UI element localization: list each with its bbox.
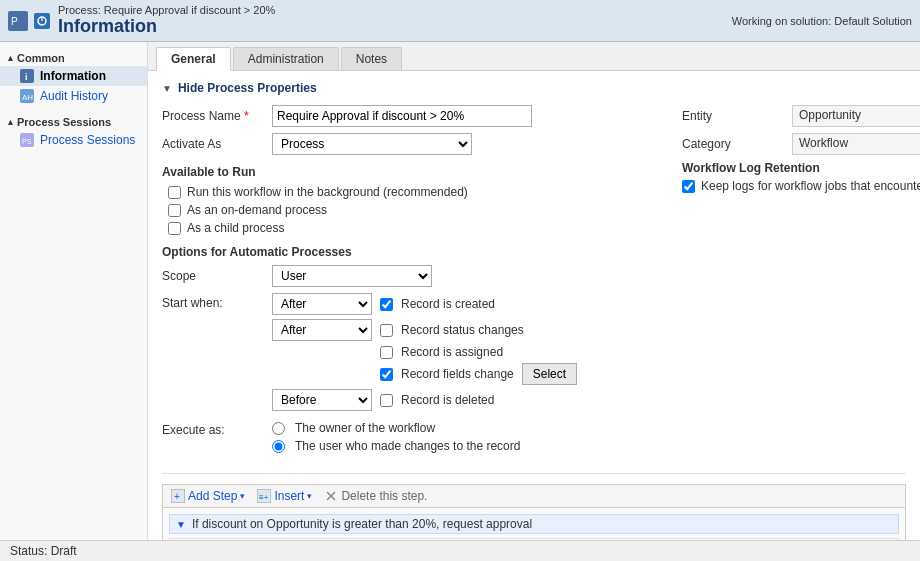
- execute-as-options: The owner of the workflow The user who m…: [272, 421, 520, 457]
- form-two-col: Process Name Activate As Process Templat…: [162, 105, 906, 463]
- process-logo-icon: P: [8, 11, 28, 31]
- top-header: P Process: Require Approval if discount …: [0, 0, 920, 42]
- on-demand-label: As an on-demand process: [187, 203, 327, 217]
- insert-label: Insert: [274, 489, 304, 503]
- process-name-label: Process Name: [162, 109, 272, 123]
- status-bar: Status: Draft: [0, 540, 920, 561]
- main-layout: Common i Information AH Audit History Pr…: [0, 42, 920, 540]
- execute-owner-radio[interactable]: [272, 422, 285, 435]
- activate-as-row: Activate As Process Template: [162, 133, 642, 155]
- sidebar-audit-label: Audit History: [40, 89, 108, 103]
- add-step-icon: +: [171, 489, 185, 503]
- execute-as-row: Execute as: The owner of the workflow Th…: [162, 421, 642, 457]
- run-background-checkbox[interactable]: [168, 186, 181, 199]
- start-when-dropdown-4[interactable]: Before After: [272, 389, 372, 411]
- retention-title: Workflow Log Retention: [682, 161, 920, 175]
- svg-text:AH: AH: [22, 93, 33, 102]
- child-process-checkbox[interactable]: [168, 222, 181, 235]
- scope-row: Scope User Business Unit Parent: Child B…: [162, 265, 642, 287]
- available-to-run-group: Run this workflow in the background (rec…: [168, 185, 642, 235]
- start-when-dropdown-0[interactable]: After: [272, 293, 372, 315]
- category-label: Category: [682, 137, 792, 151]
- on-demand-checkbox[interactable]: [168, 204, 181, 217]
- activate-as-dropdown[interactable]: Process Template: [272, 133, 472, 155]
- step-toolbar: + Add Step ▾ ≡+ Insert ▾: [162, 484, 906, 508]
- svg-text:≡+: ≡+: [259, 493, 269, 502]
- solution-label: Working on solution: Default Solution: [732, 15, 912, 27]
- category-value: Workflow: [792, 133, 920, 155]
- info-icon: i: [20, 69, 34, 83]
- child-process-label: As a child process: [187, 221, 284, 235]
- insert-arrow: ▾: [307, 491, 312, 501]
- available-to-run-title: Available to Run: [162, 165, 642, 179]
- record-created-checkbox[interactable]: [380, 298, 393, 311]
- section-title: Hide Process Properties: [178, 81, 317, 95]
- page-title: Information: [58, 16, 275, 37]
- add-step-button[interactable]: + Add Step ▾: [171, 489, 245, 503]
- start-when-row-2: Record is assigned: [272, 345, 577, 359]
- execute-user-row: The user who made changes to the record: [272, 439, 520, 453]
- process-icon: P: [8, 11, 50, 31]
- sidebar-section-process-sessions: Process Sessions: [0, 112, 147, 130]
- run-background-row: Run this workflow in the background (rec…: [168, 185, 642, 199]
- sidebar-item-audit-history[interactable]: AH Audit History: [0, 86, 147, 106]
- record-fields-checkbox[interactable]: [380, 368, 393, 381]
- insert-button[interactable]: ≡+ Insert ▾: [257, 489, 312, 503]
- delete-icon: [324, 489, 338, 503]
- sessions-icon: PS: [20, 133, 34, 147]
- record-fields-label: Record fields change: [401, 367, 514, 381]
- start-when-row-4: Before After Record is deleted: [272, 389, 577, 411]
- audit-icon: AH: [20, 89, 34, 103]
- child-process-row: As a child process: [168, 221, 642, 235]
- sidebar-item-process-sessions[interactable]: PS Process Sessions: [0, 130, 147, 150]
- record-status-label: Record status changes: [401, 323, 524, 337]
- start-when-dropdown-1[interactable]: After: [272, 319, 372, 341]
- keep-logs-checkbox[interactable]: [682, 180, 695, 193]
- section-toggle-icon: ▼: [162, 83, 172, 94]
- scope-dropdown[interactable]: User Business Unit Parent: Child Busines…: [272, 265, 432, 287]
- sidebar-item-information[interactable]: i Information: [0, 66, 147, 86]
- record-deleted-label: Record is deleted: [401, 393, 494, 407]
- insert-icon: ≡+: [257, 489, 271, 503]
- execute-owner-row: The owner of the workflow: [272, 421, 520, 435]
- steps-area: ▼ If discount on Opportunity is greater …: [162, 508, 906, 540]
- start-when-row-1: After Record status changes: [272, 319, 577, 341]
- select-fields-button[interactable]: Select: [522, 363, 577, 385]
- header-title-block: Process: Require Approval if discount > …: [58, 4, 275, 37]
- execute-user-radio[interactable]: [272, 440, 285, 453]
- start-when-rows: After Record is created After: [272, 293, 577, 415]
- execute-user-label: The user who made changes to the record: [295, 439, 520, 453]
- header-left: P Process: Require Approval if discount …: [8, 4, 275, 37]
- run-background-label: Run this workflow in the background (rec…: [187, 185, 468, 199]
- record-deleted-checkbox[interactable]: [380, 394, 393, 407]
- process-subtitle: Process: Require Approval if discount > …: [58, 4, 275, 16]
- sidebar-section-common: Common: [0, 48, 147, 66]
- form-col-right: Entity Opportunity Category Workflow Wor…: [682, 105, 920, 463]
- start-when-label: Start when:: [162, 293, 272, 310]
- hide-process-properties-header[interactable]: ▼ Hide Process Properties: [162, 81, 906, 95]
- start-when-row-0: After Record is created: [272, 293, 577, 315]
- category-row: Category Workflow: [682, 133, 920, 155]
- status-label: Status: Draft: [10, 544, 77, 558]
- header-right: Working on solution: Default Solution: [732, 15, 912, 27]
- record-status-checkbox[interactable]: [380, 324, 393, 337]
- condition-summary: If discount on Opportunity is greater th…: [192, 517, 532, 531]
- execute-as-label: Execute as:: [162, 421, 272, 437]
- record-assigned-checkbox[interactable]: [380, 346, 393, 359]
- tab-general[interactable]: General: [156, 47, 231, 71]
- step-toggle-icon[interactable]: ▼: [176, 519, 186, 530]
- process-name-row: Process Name: [162, 105, 642, 127]
- process-name-input[interactable]: [272, 105, 532, 127]
- tab-administration[interactable]: Administration: [233, 47, 339, 70]
- entity-row: Entity Opportunity: [682, 105, 920, 127]
- delete-step-label: Delete this step.: [341, 489, 427, 503]
- sidebar: Common i Information AH Audit History Pr…: [0, 42, 148, 540]
- options-title: Options for Automatic Processes: [162, 245, 642, 259]
- tab-notes[interactable]: Notes: [341, 47, 402, 70]
- record-created-label: Record is created: [401, 297, 495, 311]
- content-area: General Administration Notes ▼ Hide Proc…: [148, 42, 920, 540]
- delete-step-button[interactable]: Delete this step.: [324, 489, 427, 503]
- app-container: P Process: Require Approval if discount …: [0, 0, 920, 561]
- entity-label: Entity: [682, 109, 792, 123]
- record-assigned-label: Record is assigned: [401, 345, 503, 359]
